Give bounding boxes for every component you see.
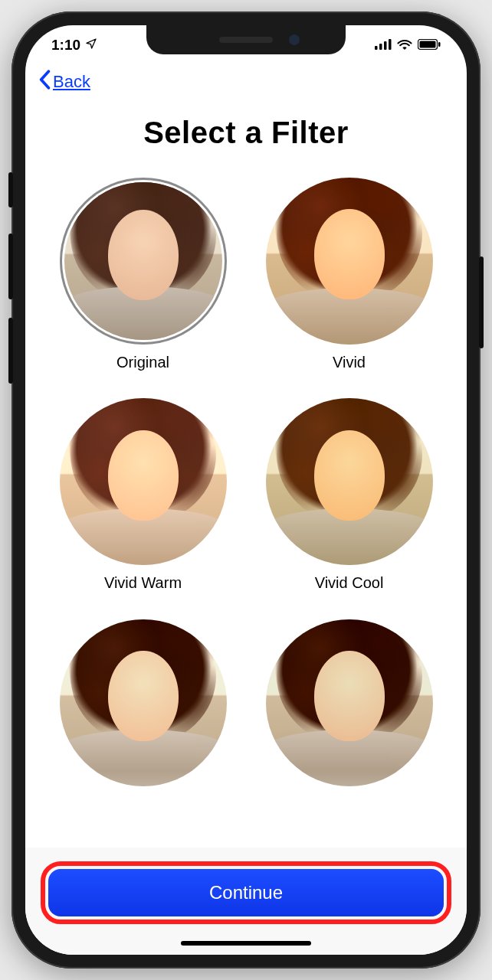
filter-thumbnail [60,178,227,345]
svg-rect-6 [438,42,441,47]
page-title: Select a Filter [25,116,467,150]
filter-thumbnail [266,178,433,345]
nav-bar: Back [25,65,467,94]
screen: 1:10 [25,25,467,955]
cellular-signal-icon [375,37,392,54]
filter-label: Vivid [333,354,366,371]
filter-label: Vivid Warm [104,574,182,592]
filter-thumbnail [60,398,227,565]
filter-thumbnail [60,619,227,786]
svg-rect-1 [379,44,382,50]
filter-grid[interactable]: Original Vivid Vivid Warm [25,178,467,790]
filter-label: Vivid Cool [315,574,384,592]
filter-thumbnail [266,398,433,565]
svg-rect-2 [384,41,387,50]
continue-button[interactable]: Continue [48,869,444,916]
chevron-left-icon [38,70,51,94]
filter-option-more-1[interactable] [50,619,236,790]
filter-thumbnail [266,619,433,786]
continue-label: Continue [209,882,283,903]
volume-down-button [8,318,13,384]
wifi-icon [397,37,412,54]
front-camera [289,34,300,45]
status-time: 1:10 [51,37,80,54]
filter-option-original[interactable]: Original [50,178,236,375]
filter-label: Original [116,354,169,371]
speaker-grille [219,37,273,43]
svg-rect-0 [375,46,378,50]
location-arrow-icon [85,37,97,54]
side-button [479,256,484,348]
svg-rect-5 [420,41,436,48]
volume-up-button [8,234,13,299]
filter-option-more-2[interactable] [256,619,442,790]
back-button[interactable]: Back [38,70,90,94]
filter-option-vivid[interactable]: Vivid [256,178,442,375]
notch [146,25,346,54]
svg-rect-3 [389,39,392,50]
home-indicator[interactable] [181,941,311,946]
filter-option-vivid-cool[interactable]: Vivid Cool [256,398,442,596]
battery-icon [418,37,441,54]
filter-option-vivid-warm[interactable]: Vivid Warm [50,398,236,596]
bottom-bar: Continue [25,848,467,955]
annotation-highlight: Continue [41,861,451,924]
phone-frame: 1:10 [11,11,481,969]
silence-switch [8,172,13,207]
back-label: Back [53,72,90,92]
